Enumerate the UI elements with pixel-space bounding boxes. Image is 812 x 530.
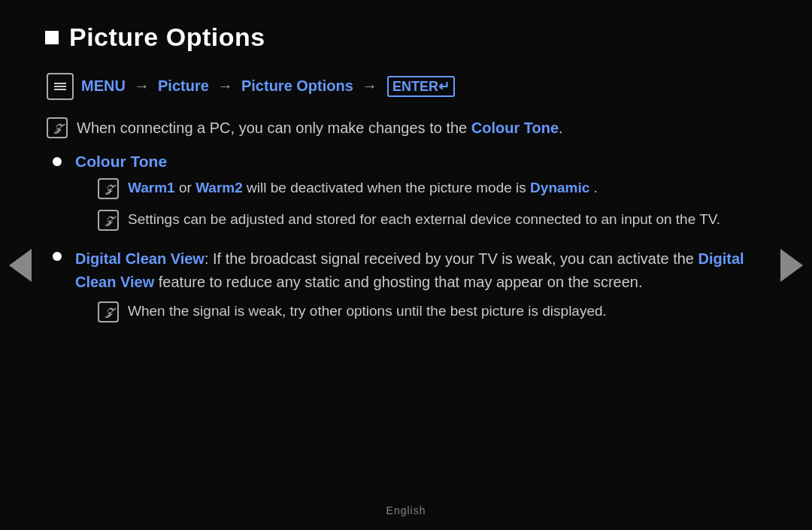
menu-path-text: MENU → Picture → Picture Options → ENTER… — [81, 76, 455, 97]
bullet-section: Colour Tone 𝒵 Warm1 or Warm2 will be dea… — [53, 153, 752, 332]
note-icon-warm: 𝒵 — [98, 178, 119, 199]
enter-icon: ENTER↵ — [387, 76, 455, 97]
warm-period: . — [594, 180, 598, 195]
dcv-rest: feature to reduce any static and ghostin… — [154, 274, 642, 290]
warm2-label: Warm2 — [195, 180, 243, 195]
menu-label: MENU — [81, 77, 126, 94]
bullet-dot-1 — [53, 157, 62, 166]
menu-path-row: MENU → Picture → Picture Options → ENTER… — [47, 73, 752, 100]
title-square-icon — [45, 31, 59, 44]
pc-note-before: When connecting a PC, you can only make … — [77, 120, 471, 136]
nav-arrow-left[interactable] — [9, 249, 32, 282]
enter-label: ENTER — [392, 79, 438, 95]
note-icon-pc: 𝒵 — [47, 117, 68, 138]
sub-notes-dcv: 𝒵 When the signal is weak, try other opt… — [98, 300, 752, 323]
digital-clean-view-text: Digital Clean View: If the broadcast sig… — [75, 247, 752, 294]
menu-icon-inner — [54, 83, 66, 90]
nav-arrow-right[interactable] — [780, 249, 803, 282]
page-container: Picture Options MENU → Picture → Picture… — [0, 0, 812, 530]
menu-icon — [47, 73, 74, 100]
bullet-title-colour-tone: Colour Tone — [75, 153, 752, 171]
sub-notes-colour-tone: 𝒵 Warm1 or Warm2 will be deactivated whe… — [98, 177, 752, 231]
note-icon-letter-warm: 𝒵 — [105, 183, 112, 195]
note-icon-settings: 𝒵 — [98, 210, 119, 231]
dcv-title: Digital Clean View — [75, 250, 205, 267]
sub-note-warm: 𝒵 Warm1 or Warm2 will be deactivated whe… — [98, 177, 752, 199]
bullet-1-content: Colour Tone 𝒵 Warm1 or Warm2 will be dea… — [75, 153, 752, 240]
sub-note-signal: 𝒵 When the signal is weak, try other opt… — [98, 300, 752, 323]
menu-item-picture-options: Picture Options — [241, 77, 353, 94]
sub-note-settings: 𝒵 Settings can be adjusted and stored fo… — [98, 208, 752, 231]
note-icon-letter-settings: 𝒵 — [105, 214, 112, 227]
bullet-item-colour-tone: Colour Tone 𝒵 Warm1 or Warm2 will be dea… — [53, 153, 752, 240]
sub-note-warm-text: Warm1 or Warm2 will be deactivated when … — [128, 177, 598, 198]
menu-line-2 — [54, 86, 66, 87]
menu-line-3 — [54, 89, 66, 90]
footer-language: English — [386, 504, 426, 516]
bullet-dot-2 — [53, 252, 62, 261]
warm1-label: Warm1 — [128, 180, 175, 195]
pc-note-link: Colour Tone — [471, 120, 559, 136]
dcv-colon: : If the broadcast signal received by yo… — [205, 250, 698, 267]
menu-arrow-3: → — [362, 77, 377, 94]
footer: English — [386, 504, 426, 516]
pc-note-row: 𝒵 When connecting a PC, you can only mak… — [47, 117, 752, 139]
pc-note-text: When connecting a PC, you can only make … — [77, 117, 563, 139]
menu-item-picture: Picture — [158, 77, 209, 94]
warm-deactivated-text: will be deactivated when the picture mod… — [247, 180, 530, 195]
note-icon-letter-signal: 𝒵 — [105, 306, 112, 319]
note-icon-letter: 𝒵 — [53, 122, 61, 135]
menu-arrow-2: → — [217, 77, 232, 94]
bullet-item-digital-clean-view: Digital Clean View: If the broadcast sig… — [53, 247, 752, 332]
pc-note-after: . — [559, 120, 563, 136]
sub-note-settings-text: Settings can be adjusted and stored for … — [128, 208, 720, 230]
title-row: Picture Options — [45, 23, 752, 52]
menu-arrow-1: → — [134, 77, 149, 94]
bullet-2-content: Digital Clean View: If the broadcast sig… — [75, 247, 752, 332]
page-title: Picture Options — [69, 23, 265, 52]
dynamic-label: Dynamic — [530, 180, 589, 195]
menu-line-1 — [54, 83, 66, 84]
sub-note-signal-text: When the signal is weak, try other optio… — [128, 300, 607, 322]
note-icon-signal: 𝒵 — [98, 301, 119, 323]
warm-or: or — [179, 180, 195, 195]
